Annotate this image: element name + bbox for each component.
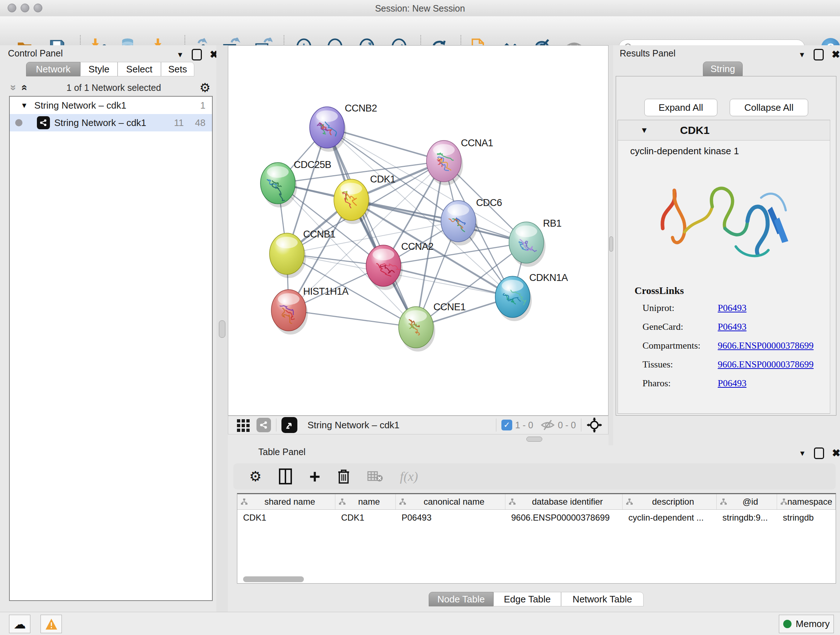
- function-builder-icon[interactable]: f(x): [400, 469, 418, 484]
- node-label-CDK1: CDK1: [370, 174, 395, 185]
- collapse-all-networks-icon[interactable]: «: [19, 85, 31, 91]
- table-tabs: Node TableEdge TableNetwork Table: [429, 592, 644, 606]
- column-header-canonicalname[interactable]: canonical name: [396, 494, 505, 509]
- network-share-icon[interactable]: [256, 418, 271, 432]
- warning-status-button[interactable]: [41, 615, 62, 633]
- network-collection-row[interactable]: ▼ String Network – cdk1 1: [10, 97, 212, 114]
- warning-triangle-icon: [45, 618, 58, 630]
- table-panel-float-button[interactable]: [814, 448, 824, 459]
- left-splitter-handle[interactable]: [219, 320, 225, 338]
- network-row[interactable]: String Network – cdk1 11 48: [10, 114, 212, 131]
- table-settings-gear-icon[interactable]: ⚙: [249, 469, 262, 485]
- memory-status-dot: [783, 620, 791, 628]
- column-header-namespace[interactable]: namespace: [777, 494, 836, 509]
- right-splitter[interactable]: [608, 45, 613, 445]
- cloud-status-button[interactable]: ☁: [9, 615, 30, 633]
- control-panel-float-button[interactable]: [192, 49, 202, 60]
- string-results-box: Expand All Collapse All ▼ CDK1 cyclin-de…: [616, 76, 836, 416]
- control-panel-tabs: NetworkStyleSelectSets: [26, 62, 194, 76]
- memory-button[interactable]: Memory: [779, 615, 834, 633]
- node-CCNB2[interactable]: CCNB2: [309, 103, 377, 152]
- delete-rows-trash-icon[interactable]: [337, 469, 351, 485]
- node-CCNA1[interactable]: CCNA1: [426, 138, 493, 185]
- tab-sets[interactable]: Sets: [161, 62, 194, 76]
- control-panel: Control Panel ▼ ✖ NetworkStyleSelectSets…: [0, 45, 216, 612]
- column-type-icon: [399, 498, 407, 506]
- network-options-gear-icon[interactable]: ⚙: [200, 80, 210, 95]
- selected-nodes-checkbox[interactable]: ✓: [501, 420, 512, 431]
- grid-view-icon[interactable]: [236, 418, 251, 432]
- table-horizontal-scrollbar[interactable]: [243, 576, 304, 582]
- column-header-databaseidentifier[interactable]: database identifier: [505, 494, 622, 509]
- table-body: CDK1CDK1P064939606.ENSP00000378699cyclin…: [237, 510, 836, 526]
- tab-network-table[interactable]: Network Table: [561, 592, 644, 606]
- crosslink-label: Pharos:: [643, 378, 718, 389]
- column-header-sharedname[interactable]: shared name: [237, 494, 335, 509]
- column-type-icon: [625, 498, 633, 506]
- node-CCNB1[interactable]: CCNB1: [270, 229, 335, 278]
- main-toolbar: ?: [0, 16, 840, 46]
- table-panel-close-button[interactable]: ✖: [832, 448, 840, 458]
- delete-column-icon[interactable]: [367, 470, 383, 483]
- expand-all-networks-icon[interactable]: »: [8, 85, 20, 91]
- node-RB1[interactable]: RB1: [509, 218, 561, 267]
- protein-section: ▼ CDK1 cyclin-dependent kinase 1: [617, 120, 832, 414]
- table-toolbar: ⚙ + f(x): [233, 463, 836, 489]
- tab-style[interactable]: Style: [80, 62, 118, 76]
- tab-select[interactable]: Select: [118, 62, 161, 76]
- hidden-counts: 0 - 0: [558, 420, 576, 431]
- collection-expander-icon[interactable]: ▼: [21, 101, 28, 110]
- results-panel-menu-arrow[interactable]: ▼: [798, 51, 806, 59]
- pan-crosshair-icon[interactable]: [586, 417, 602, 433]
- node-CDC25B[interactable]: CDC25B: [261, 159, 332, 207]
- node-CDC6[interactable]: CDC6: [441, 197, 502, 245]
- table-header-row: shared namenamecanonical namedatabase id…: [237, 494, 836, 510]
- results-panel-title: Results Panel: [620, 48, 676, 59]
- column-type-icon: [240, 498, 248, 506]
- protein-expander-icon[interactable]: ▼: [640, 126, 648, 135]
- crosslink-link[interactable]: P06493: [718, 302, 746, 314]
- left-splitter[interactable]: [216, 45, 228, 612]
- network-node-count: 11: [174, 117, 184, 128]
- results-panel-float-button[interactable]: [813, 49, 824, 60]
- crosslink-link[interactable]: P06493: [718, 378, 746, 389]
- control-panel-menu-arrow[interactable]: ▼: [177, 51, 184, 59]
- table-cell: stringdb:9...: [717, 513, 777, 523]
- show-columns-icon[interactable]: [278, 469, 293, 485]
- tab-edge-table[interactable]: Edge Table: [493, 592, 561, 606]
- column-type-icon: [720, 498, 728, 506]
- tab-node-table[interactable]: Node Table: [429, 592, 493, 606]
- protein-name: CDK1: [680, 124, 710, 136]
- network-current-dot-icon: [15, 119, 22, 126]
- expand-all-button[interactable]: Expand All: [644, 99, 717, 116]
- results-panel-close-button[interactable]: ✖: [832, 50, 840, 60]
- collapse-all-button[interactable]: Collapse All: [729, 99, 808, 116]
- tab-network[interactable]: Network: [26, 62, 80, 76]
- results-scrollbar[interactable]: [830, 120, 835, 414]
- node-CDKN1A[interactable]: CDKN1A: [495, 272, 568, 321]
- table-row[interactable]: CDK1CDK1P064939606.ENSP00000378699cyclin…: [237, 510, 836, 526]
- crosslink-link[interactable]: 9606.ENSP00000378699: [718, 359, 813, 370]
- table-cell: P06493: [396, 513, 505, 523]
- right-splitter-handle[interactable]: [609, 236, 613, 252]
- control-panel-title: Control Panel: [8, 48, 63, 59]
- tab-string[interactable]: String: [703, 62, 743, 76]
- network-canvas[interactable]: CCNB2CCNA1CDC25BCDK1CDC6RB1CCNB1CCNA2CDK…: [228, 45, 608, 416]
- crosslink-label: Compartments:: [643, 340, 718, 351]
- network-selection-status: 1 of 1 Network selected: [28, 82, 199, 93]
- node-label-CCNA2: CCNA2: [401, 241, 433, 252]
- table-splitter-handle[interactable]: [526, 437, 542, 442]
- table-panel-menu-arrow[interactable]: ▼: [799, 449, 806, 458]
- column-header-description[interactable]: description: [622, 494, 717, 509]
- column-type-icon: [508, 498, 516, 506]
- crosslink-link[interactable]: P06493: [718, 321, 746, 333]
- node-table: shared namenamecanonical namedatabase id…: [237, 493, 836, 584]
- birds-eye-view-icon[interactable]: [281, 417, 297, 433]
- column-header-name[interactable]: name: [335, 494, 396, 509]
- crosslink-link[interactable]: 9606.ENSP00000378699: [718, 340, 813, 351]
- column-header-id[interactable]: @id: [717, 494, 777, 509]
- network-view-toolbar: String Network – cdk1 ✓ 1 - 0 0 - 0: [228, 416, 608, 434]
- node-HIST1H1A[interactable]: HIST1H1A: [271, 286, 349, 334]
- node-CCNE1[interactable]: CCNE1: [399, 302, 466, 352]
- table-cell: CDK1: [237, 513, 335, 523]
